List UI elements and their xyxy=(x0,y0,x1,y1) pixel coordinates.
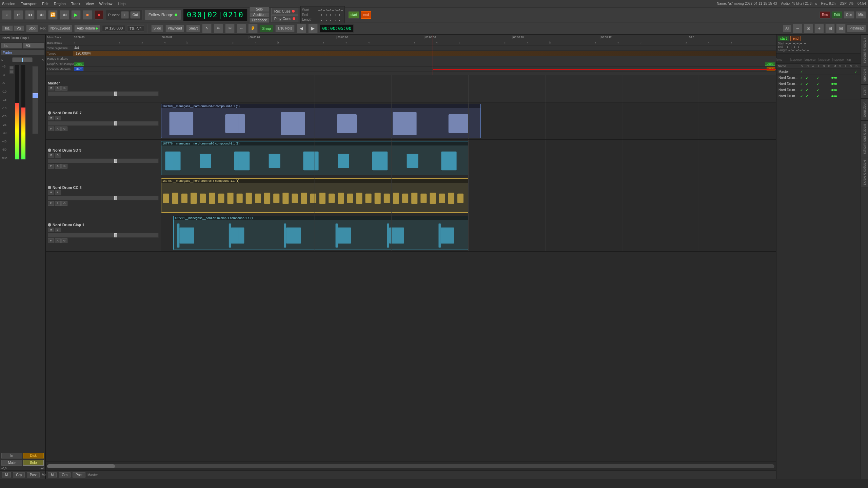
cc-p-btn[interactable]: P xyxy=(48,201,54,206)
icon-loop2[interactable]: 🔁 xyxy=(48,10,58,20)
clap-fader[interactable] xyxy=(48,233,159,238)
clap-clip[interactable]: 167791__menegass__nord-drum-clap-1 compo… xyxy=(173,216,468,250)
loop-start-btn[interactable]: start xyxy=(348,11,359,19)
hscroll-bar[interactable] xyxy=(47,464,774,468)
sd-clip[interactable]: 167776__menegass__nord-drum-sd-3 compoun… xyxy=(161,141,469,175)
loop-end-marker[interactable]: Loop xyxy=(765,62,775,66)
mixer-m-btn[interactable]: M xyxy=(2,472,11,477)
bd-a-btn[interactable]: A xyxy=(55,126,61,131)
punch-out-button[interactable]: Out xyxy=(130,11,140,19)
region-row-master[interactable]: Master ✓ ✓ xyxy=(776,69,861,75)
sd-a-btn[interactable]: A xyxy=(55,164,61,169)
clap-a-btn[interactable]: A xyxy=(55,238,61,243)
mixer-post-btn[interactable]: Post xyxy=(27,472,40,477)
bd-track-content[interactable]: 167769__menegass__nord-drum-bd-7 compoun… xyxy=(161,102,776,139)
bd-g-btn[interactable]: G xyxy=(61,126,67,131)
auto-return-button[interactable]: Auto Return xyxy=(74,25,100,32)
master-a-btn[interactable]: A xyxy=(55,86,61,91)
clap-fader-thumb[interactable] xyxy=(114,233,117,237)
cc-g-btn[interactable]: G xyxy=(61,201,67,206)
fit-button[interactable]: ⊡ xyxy=(804,24,813,33)
bd-clip[interactable]: 167769__menegass__nord-drum-bd-7 compoun… xyxy=(161,104,481,138)
rec-cues-button[interactable]: Rec Cues xyxy=(271,8,298,15)
sd-fader-thumb[interactable] xyxy=(114,159,117,163)
loop-end-btn[interactable]: end xyxy=(361,11,371,19)
sd-track-content[interactable]: 167776__menegass__nord-drum-sd-3 compoun… xyxy=(161,140,776,177)
audition-button[interactable]: Audition xyxy=(250,12,269,17)
vs-button[interactable]: VS xyxy=(14,25,24,31)
feedback-button[interactable]: Feedback xyxy=(250,18,269,23)
cc-fader-thumb[interactable] xyxy=(114,196,117,200)
int-button[interactable]: Int. xyxy=(2,25,13,31)
play-button[interactable]: ▶ xyxy=(71,10,81,20)
loop-start-marker[interactable]: Loop xyxy=(74,62,84,66)
tool-trim[interactable]: ✂ xyxy=(225,24,235,33)
bottom-grp-btn[interactable]: Grp xyxy=(59,472,71,477)
non-layered-button[interactable]: Non-Layered xyxy=(48,25,73,32)
vtab-snapshots[interactable]: Snapshots xyxy=(861,98,868,120)
zoom-out[interactable]: – xyxy=(793,24,802,33)
icon-end[interactable]: ⏭ xyxy=(60,10,69,20)
region-row-clap[interactable]: Nord Drum Clap 1 ✓ ✓ ✓ xyxy=(776,93,861,99)
master-m-btn[interactable]: M xyxy=(48,86,54,91)
tool-stretch[interactable]: ↔ xyxy=(237,24,246,33)
menu-session[interactable]: Session xyxy=(2,2,15,6)
fader-thumb[interactable] xyxy=(33,93,38,98)
menu-edit[interactable]: Edit xyxy=(42,2,48,6)
vtab-clips[interactable]: Clips xyxy=(861,84,868,98)
nav-prev[interactable]: ◀ xyxy=(297,24,306,33)
cc-track-content[interactable]: 167787__menegass__nord-drum-cc-3 compoun… xyxy=(161,177,776,214)
menu-help[interactable]: Help xyxy=(118,2,126,6)
cc-a-btn[interactable]: A xyxy=(55,201,61,206)
playhead-follow-button[interactable]: Playhead xyxy=(847,25,866,32)
region-row-cc[interactable]: Nord Drum CC 3 ✓ ✓ ✓ xyxy=(776,87,861,93)
menu-track[interactable]: Track xyxy=(71,2,80,6)
tool-listen[interactable]: 👂 xyxy=(248,24,258,33)
disk-button[interactable]: Disk xyxy=(23,453,44,458)
fader-label[interactable]: Fader xyxy=(1,50,44,55)
nav-next[interactable]: ▶ xyxy=(308,24,318,33)
icon-loop[interactable]: ↩ xyxy=(14,10,23,20)
clap-track-content[interactable]: 167791__menegass__nord-drum-clap-1 compo… xyxy=(161,214,776,251)
sd-p-btn[interactable]: P xyxy=(48,164,54,169)
mixer-vs[interactable]: VS xyxy=(23,43,45,48)
solo-button-mixer[interactable]: Solo xyxy=(23,460,44,466)
cc-fader[interactable] xyxy=(48,196,159,200)
region-row-bd[interactable]: Nord Drum BD 7 ✓ ✓ ✓ xyxy=(776,75,861,81)
sd-fader[interactable] xyxy=(48,158,159,163)
master-track-content[interactable] xyxy=(161,75,776,102)
slide-mode-button[interactable]: Slide xyxy=(151,25,163,32)
play-cues-button[interactable]: Play Cues xyxy=(271,15,298,22)
snap-button[interactable]: Snap xyxy=(260,25,273,32)
mixer-int[interactable]: Int. xyxy=(1,43,22,48)
cue-btn[interactable]: Cue xyxy=(844,11,854,19)
master-fader-thumb[interactable] xyxy=(114,92,117,96)
menu-window[interactable]: Window xyxy=(99,2,112,6)
edit-btn[interactable]: Edit xyxy=(832,11,842,19)
zoom-in[interactable]: + xyxy=(814,24,824,33)
mix-btn[interactable]: Mix xyxy=(856,11,866,19)
vtab-regions[interactable]: Regions xyxy=(861,66,868,85)
bd-s-btn[interactable]: S xyxy=(55,116,61,120)
bd-fader[interactable] xyxy=(48,121,159,126)
volume-fader[interactable] xyxy=(32,66,38,134)
smart-button[interactable]: Smart xyxy=(186,25,200,32)
snap-value-dropdown[interactable]: 1/16 Note xyxy=(275,25,295,32)
record-button[interactable]: ● xyxy=(94,10,104,20)
menu-region[interactable]: Region xyxy=(54,2,66,6)
sd-s-btn[interactable]: S xyxy=(55,153,61,158)
clap-g-btn[interactable]: G xyxy=(61,238,67,243)
follow-range-button[interactable]: Follow Range xyxy=(145,10,181,20)
cc-m-btn[interactable]: M xyxy=(48,190,54,195)
clap-p-btn[interactable]: P xyxy=(48,238,54,243)
zoom-fit2[interactable]: ⊟ xyxy=(836,24,846,33)
panner-knob[interactable] xyxy=(12,57,33,62)
vtab-tracks[interactable]: Tracks & Busses xyxy=(861,35,868,66)
cc-s-btn[interactable]: S xyxy=(55,190,61,195)
icon-midi[interactable]: ♪ xyxy=(2,10,12,20)
region-row-sd[interactable]: Nord Drum SD 3 ✓ ✓ ✓ xyxy=(776,81,861,87)
vtab-groups[interactable]: Track & Bus Groups xyxy=(861,120,868,157)
solo-button[interactable]: Solo xyxy=(250,7,269,12)
bottom-post-btn[interactable]: Post xyxy=(73,472,85,477)
master-g-btn[interactable]: G xyxy=(61,86,67,91)
